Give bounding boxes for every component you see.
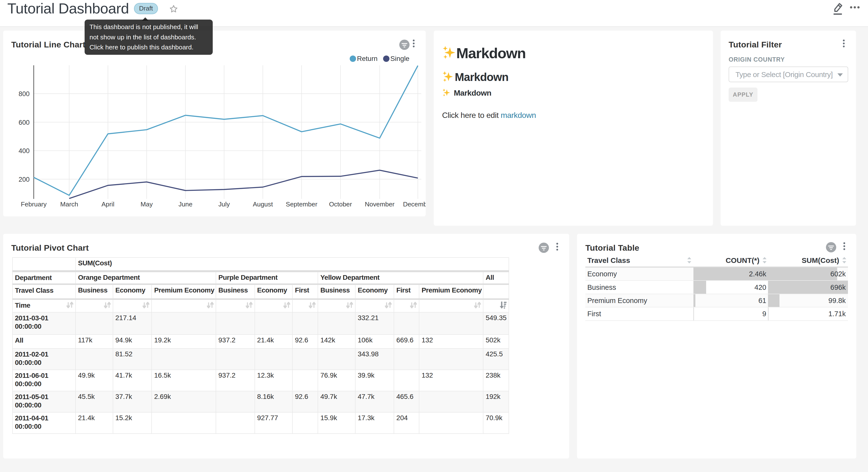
svg-text:October: October xyxy=(329,201,352,208)
svg-text:September: September xyxy=(286,201,317,208)
svg-text:February: February xyxy=(21,201,47,208)
svg-text:May: May xyxy=(141,201,153,208)
svg-text:June: June xyxy=(179,201,192,208)
svg-text:Single: Single xyxy=(391,55,409,62)
svg-text:400: 400 xyxy=(19,147,30,154)
svg-text:April: April xyxy=(101,201,115,208)
svg-text:200: 200 xyxy=(19,176,30,183)
svg-text:Return: Return xyxy=(357,55,377,62)
svg-text:December: December xyxy=(403,201,426,208)
svg-text:March: March xyxy=(60,201,78,208)
svg-text:600: 600 xyxy=(19,119,30,126)
svg-text:800: 800 xyxy=(19,90,30,97)
svg-text:November: November xyxy=(365,201,395,208)
svg-text:July: July xyxy=(218,201,230,208)
svg-text:August: August xyxy=(253,201,273,208)
